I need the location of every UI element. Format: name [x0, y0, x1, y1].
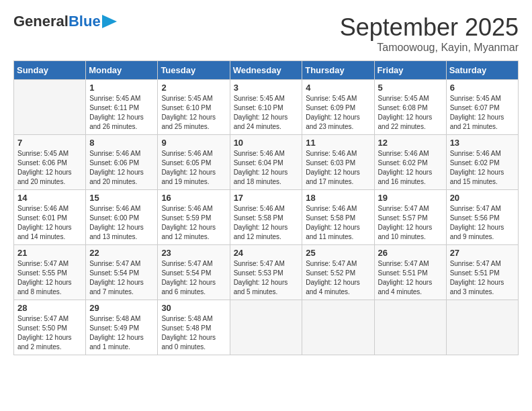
- header-cell-thursday: Thursday: [302, 61, 374, 80]
- day-info: Sunrise: 5:46 AM Sunset: 6:04 PM Dayligh…: [234, 149, 299, 187]
- day-number: 26: [378, 248, 443, 258]
- day-info: Sunrise: 5:45 AM Sunset: 6:08 PM Dayligh…: [378, 94, 443, 132]
- day-info: Sunrise: 5:48 AM Sunset: 5:49 PM Dayligh…: [89, 314, 154, 352]
- calendar-cell: [374, 300, 446, 355]
- day-number: 13: [450, 138, 515, 148]
- day-info: Sunrise: 5:45 AM Sunset: 6:07 PM Dayligh…: [450, 94, 515, 132]
- calendar-cell: 4Sunrise: 5:45 AM Sunset: 6:09 PM Daylig…: [302, 80, 374, 135]
- calendar-cell: 23Sunrise: 5:47 AM Sunset: 5:54 PM Dayli…: [158, 245, 230, 300]
- calendar-cell: 8Sunrise: 5:46 AM Sunset: 6:06 PM Daylig…: [86, 135, 158, 190]
- day-info: Sunrise: 5:47 AM Sunset: 5:51 PM Dayligh…: [450, 259, 515, 297]
- day-info: Sunrise: 5:46 AM Sunset: 6:06 PM Dayligh…: [89, 149, 154, 187]
- calendar-cell: 11Sunrise: 5:46 AM Sunset: 6:03 PM Dayli…: [302, 135, 374, 190]
- day-info: Sunrise: 5:46 AM Sunset: 6:03 PM Dayligh…: [306, 149, 370, 187]
- day-info: Sunrise: 5:47 AM Sunset: 5:57 PM Dayligh…: [378, 204, 443, 242]
- calendar-cell: 24Sunrise: 5:47 AM Sunset: 5:53 PM Dayli…: [230, 245, 302, 300]
- calendar-cell: 9Sunrise: 5:46 AM Sunset: 6:05 PM Daylig…: [158, 135, 230, 190]
- calendar-header: SundayMondayTuesdayWednesdayThursdayFrid…: [14, 61, 519, 80]
- day-number: 1: [89, 83, 154, 93]
- calendar-cell: 15Sunrise: 5:46 AM Sunset: 6:00 PM Dayli…: [86, 190, 158, 245]
- day-number: 12: [378, 138, 443, 148]
- calendar-cell: 10Sunrise: 5:46 AM Sunset: 6:04 PM Dayli…: [230, 135, 302, 190]
- day-number: 20: [450, 193, 515, 203]
- day-info: Sunrise: 5:46 AM Sunset: 6:02 PM Dayligh…: [450, 149, 515, 187]
- day-number: 29: [89, 303, 154, 313]
- day-number: 24: [234, 248, 299, 258]
- day-number: 9: [161, 138, 226, 148]
- day-info: Sunrise: 5:47 AM Sunset: 5:50 PM Dayligh…: [17, 314, 82, 352]
- day-info: Sunrise: 5:46 AM Sunset: 6:00 PM Dayligh…: [89, 204, 154, 242]
- day-number: 25: [306, 248, 370, 258]
- calendar-cell: 14Sunrise: 5:46 AM Sunset: 6:01 PM Dayli…: [14, 190, 86, 245]
- week-row-4: 21Sunrise: 5:47 AM Sunset: 5:55 PM Dayli…: [14, 245, 519, 300]
- day-info: Sunrise: 5:46 AM Sunset: 6:01 PM Dayligh…: [17, 204, 82, 242]
- calendar-cell: [230, 300, 302, 355]
- header-cell-tuesday: Tuesday: [158, 61, 230, 80]
- calendar-body: 1Sunrise: 5:45 AM Sunset: 6:11 PM Daylig…: [14, 80, 519, 355]
- calendar-cell: 5Sunrise: 5:45 AM Sunset: 6:08 PM Daylig…: [374, 80, 446, 135]
- day-number: 28: [17, 303, 82, 313]
- calendar-cell: 2Sunrise: 5:45 AM Sunset: 6:10 PM Daylig…: [158, 80, 230, 135]
- day-number: 8: [89, 138, 154, 148]
- day-info: Sunrise: 5:45 AM Sunset: 6:10 PM Dayligh…: [234, 94, 299, 132]
- day-info: Sunrise: 5:48 AM Sunset: 5:48 PM Dayligh…: [161, 314, 226, 352]
- week-row-5: 28Sunrise: 5:47 AM Sunset: 5:50 PM Dayli…: [14, 300, 519, 355]
- calendar-cell: 19Sunrise: 5:47 AM Sunset: 5:57 PM Dayli…: [374, 190, 446, 245]
- page-header: GeneralBlue September 2025 Tamoowoug, Ka…: [13, 13, 519, 54]
- calendar-cell: 25Sunrise: 5:47 AM Sunset: 5:52 PM Dayli…: [302, 245, 374, 300]
- day-number: 6: [450, 83, 515, 93]
- day-number: 3: [234, 83, 299, 93]
- calendar-cell: 30Sunrise: 5:48 AM Sunset: 5:48 PM Dayli…: [158, 300, 230, 355]
- day-number: 27: [450, 248, 515, 258]
- day-number: 19: [378, 193, 443, 203]
- month-title: September 2025: [340, 13, 519, 42]
- day-number: 2: [161, 83, 226, 93]
- day-info: Sunrise: 5:47 AM Sunset: 5:55 PM Dayligh…: [17, 259, 82, 297]
- day-info: Sunrise: 5:47 AM Sunset: 5:51 PM Dayligh…: [378, 259, 443, 297]
- calendar-cell: 6Sunrise: 5:45 AM Sunset: 6:07 PM Daylig…: [446, 80, 518, 135]
- calendar-cell: 26Sunrise: 5:47 AM Sunset: 5:51 PM Dayli…: [374, 245, 446, 300]
- svg-marker-0: [102, 15, 117, 28]
- day-number: 21: [17, 248, 82, 258]
- week-row-3: 14Sunrise: 5:46 AM Sunset: 6:01 PM Dayli…: [14, 190, 519, 245]
- header-cell-friday: Friday: [374, 61, 446, 80]
- header-row: SundayMondayTuesdayWednesdayThursdayFrid…: [14, 61, 519, 80]
- calendar-cell: [14, 80, 86, 135]
- header-cell-monday: Monday: [86, 61, 158, 80]
- day-number: 23: [161, 248, 226, 258]
- calendar-cell: 27Sunrise: 5:47 AM Sunset: 5:51 PM Dayli…: [446, 245, 518, 300]
- calendar-cell: 22Sunrise: 5:47 AM Sunset: 5:54 PM Dayli…: [86, 245, 158, 300]
- day-info: Sunrise: 5:47 AM Sunset: 5:53 PM Dayligh…: [234, 259, 299, 297]
- day-number: 7: [17, 138, 82, 148]
- day-info: Sunrise: 5:47 AM Sunset: 5:54 PM Dayligh…: [161, 259, 226, 297]
- location: Tamoowoug, Kayin, Myanmar: [340, 42, 519, 54]
- day-number: 10: [234, 138, 299, 148]
- day-info: Sunrise: 5:46 AM Sunset: 5:58 PM Dayligh…: [306, 204, 370, 242]
- calendar-cell: 7Sunrise: 5:45 AM Sunset: 6:06 PM Daylig…: [14, 135, 86, 190]
- day-info: Sunrise: 5:47 AM Sunset: 5:52 PM Dayligh…: [306, 259, 370, 297]
- calendar-cell: 29Sunrise: 5:48 AM Sunset: 5:49 PM Dayli…: [86, 300, 158, 355]
- header-cell-wednesday: Wednesday: [230, 61, 302, 80]
- day-number: 4: [306, 83, 370, 93]
- day-number: 30: [161, 303, 226, 313]
- day-number: 18: [306, 193, 370, 203]
- calendar-cell: [446, 300, 518, 355]
- day-info: Sunrise: 5:45 AM Sunset: 6:11 PM Dayligh…: [89, 94, 154, 132]
- logo: GeneralBlue: [13, 13, 117, 30]
- day-number: 5: [378, 83, 443, 93]
- calendar-cell: 3Sunrise: 5:45 AM Sunset: 6:10 PM Daylig…: [230, 80, 302, 135]
- week-row-2: 7Sunrise: 5:45 AM Sunset: 6:06 PM Daylig…: [14, 135, 519, 190]
- day-info: Sunrise: 5:46 AM Sunset: 6:02 PM Dayligh…: [378, 149, 443, 187]
- day-info: Sunrise: 5:45 AM Sunset: 6:10 PM Dayligh…: [161, 94, 226, 132]
- calendar-cell: 13Sunrise: 5:46 AM Sunset: 6:02 PM Dayli…: [446, 135, 518, 190]
- calendar-cell: 21Sunrise: 5:47 AM Sunset: 5:55 PM Dayli…: [14, 245, 86, 300]
- header-cell-sunday: Sunday: [14, 61, 86, 80]
- calendar-table: SundayMondayTuesdayWednesdayThursdayFrid…: [13, 60, 519, 355]
- day-number: 11: [306, 138, 370, 148]
- day-number: 14: [17, 193, 82, 203]
- day-number: 16: [161, 193, 226, 203]
- logo-icon: [102, 15, 117, 28]
- day-info: Sunrise: 5:47 AM Sunset: 5:54 PM Dayligh…: [89, 259, 154, 297]
- calendar-cell: 18Sunrise: 5:46 AM Sunset: 5:58 PM Dayli…: [302, 190, 374, 245]
- day-number: 22: [89, 248, 154, 258]
